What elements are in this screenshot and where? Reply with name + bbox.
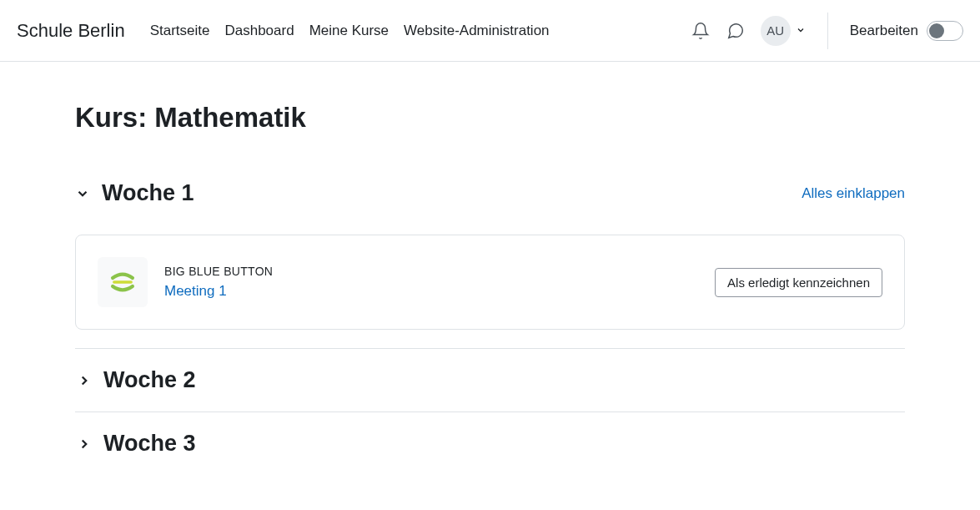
chevron-right-icon bbox=[77, 373, 92, 388]
divider bbox=[827, 13, 828, 49]
edit-section: Bearbeiten bbox=[850, 21, 963, 41]
mark-done-button[interactable]: Als erledigt kennzeichnen bbox=[715, 268, 882, 297]
section-row-3: Woche 3 bbox=[75, 412, 905, 457]
section-title-1: Woche 1 bbox=[102, 180, 194, 206]
activity-info: BIG BLUE BUTTON Meeting 1 bbox=[164, 265, 273, 300]
nav-link-dashboard[interactable]: Dashboard bbox=[224, 23, 294, 39]
nav-link-meine-kurse[interactable]: Meine Kurse bbox=[309, 23, 389, 39]
edit-label: Bearbeiten bbox=[850, 23, 918, 39]
brand[interactable]: Schule Berlin bbox=[17, 20, 125, 42]
activity-card: BIG BLUE BUTTON Meeting 1 Als erledigt k… bbox=[75, 235, 905, 330]
avatar[interactable]: AU bbox=[761, 16, 791, 46]
activity-left: BIG BLUE BUTTON Meeting 1 bbox=[98, 257, 273, 307]
user-menu[interactable]: AU bbox=[761, 16, 806, 46]
activity-type-label: BIG BLUE BUTTON bbox=[164, 265, 273, 278]
section-header-1: Woche 1 Alles einklappen bbox=[75, 180, 905, 216]
course-title: Kurs: Mathematik bbox=[75, 102, 905, 134]
notifications-icon[interactable] bbox=[691, 21, 711, 41]
nav-link-startseite[interactable]: Startseite bbox=[150, 23, 210, 39]
activity-link[interactable]: Meeting 1 bbox=[164, 283, 273, 300]
chevron-down-icon bbox=[796, 23, 806, 38]
collapse-all-link[interactable]: Alles einklappen bbox=[802, 185, 905, 202]
section-title-3: Woche 3 bbox=[103, 431, 196, 457]
messages-icon[interactable] bbox=[726, 21, 746, 41]
chevron-right-icon bbox=[77, 437, 92, 452]
content: Kurs: Mathematik Woche 1 Alles einklappe… bbox=[0, 62, 980, 473]
bigbluebutton-icon bbox=[98, 257, 148, 307]
section-toggle-2[interactable]: Woche 2 bbox=[75, 367, 905, 393]
section-row-2: Woche 2 bbox=[75, 348, 905, 412]
chevron-down-icon bbox=[75, 186, 90, 201]
nav-link-website-administration[interactable]: Website-Administration bbox=[404, 23, 549, 39]
toggle-knob bbox=[929, 23, 944, 38]
edit-mode-toggle[interactable] bbox=[927, 21, 963, 41]
section-title-2: Woche 2 bbox=[103, 367, 196, 393]
section-toggle-1[interactable]: Woche 1 bbox=[75, 180, 194, 206]
nav-links: Startseite Dashboard Meine Kurse Website… bbox=[150, 23, 691, 39]
navbar: Schule Berlin Startseite Dashboard Meine… bbox=[0, 0, 980, 62]
section-toggle-3[interactable]: Woche 3 bbox=[75, 431, 905, 457]
nav-right: AU Bearbeiten bbox=[691, 13, 963, 49]
